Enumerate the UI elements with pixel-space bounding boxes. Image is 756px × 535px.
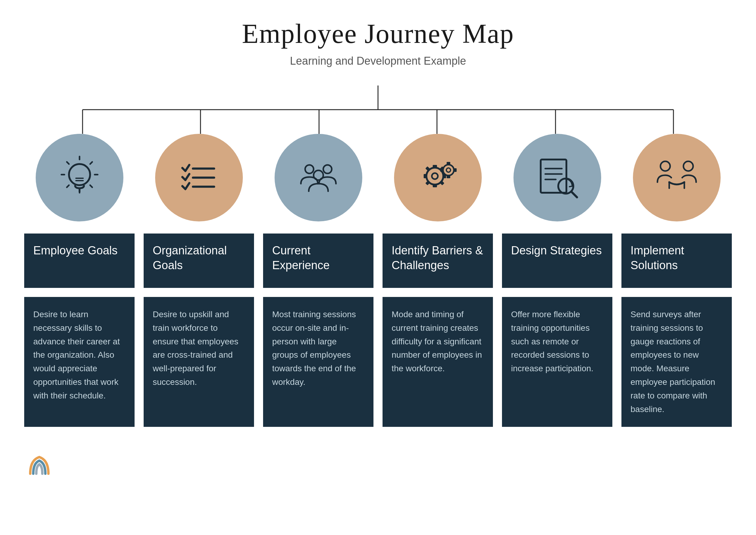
card-header-organizational-goals: Organizational Goals (144, 234, 254, 288)
svg-rect-35 (439, 180, 444, 185)
document-search-icon (533, 154, 582, 202)
header-cards-row: Employee Goals Organizational Goals Curr… (24, 234, 732, 288)
svg-rect-38 (447, 162, 450, 164)
circle-implement-solutions (633, 134, 721, 221)
card-header-design-strategies: Design Strategies (502, 234, 612, 288)
content-cards-row: Desire to learn necessary skills to adva… (24, 297, 732, 427)
tree-connector (24, 86, 732, 134)
svg-point-36 (443, 165, 454, 176)
svg-rect-42 (541, 159, 566, 193)
content-organizational-goals: Desire to upskill and train workforce to… (144, 297, 254, 427)
lightbulb-icon (55, 154, 104, 202)
handshake-icon (652, 154, 701, 202)
card-header-implement-solutions: Implement Solutions (621, 234, 732, 288)
svg-line-47 (571, 191, 577, 197)
logo-icon (24, 451, 54, 481)
svg-rect-40 (440, 168, 443, 172)
card-header-identify-barriers: Identify Barriers & Challenges (382, 234, 493, 288)
svg-point-49 (683, 161, 693, 171)
content-design-strategies: Offer more flexible training opportuniti… (502, 297, 612, 427)
circle-item-organizational-goals (144, 134, 254, 221)
svg-line-15 (90, 162, 92, 164)
svg-rect-39 (447, 176, 450, 178)
content-implement-solutions: Send surveys after training sessions to … (621, 297, 732, 427)
svg-line-17 (90, 185, 92, 187)
svg-point-48 (660, 161, 670, 171)
svg-point-25 (314, 170, 323, 180)
svg-point-24 (323, 165, 332, 173)
circle-item-employee-goals (24, 134, 135, 221)
svg-line-14 (67, 162, 69, 164)
page-subtitle: Learning and Development Example (24, 55, 732, 67)
svg-rect-41 (454, 168, 457, 172)
checklist-icon (175, 154, 223, 202)
content-current-experience: Most training sessions occur on-site and… (263, 297, 374, 427)
svg-rect-34 (425, 180, 430, 185)
svg-rect-28 (433, 165, 437, 168)
gears-icon (414, 154, 462, 202)
page-title: Employee Journey Map (24, 18, 732, 49)
circle-item-design-strategies (502, 134, 612, 221)
circle-employee-goals (36, 134, 123, 221)
card-header-employee-goals: Employee Goals (24, 234, 135, 288)
circle-item-current-experience (263, 134, 374, 221)
circle-current-experience (275, 134, 362, 221)
circle-identify-barriers (394, 134, 482, 221)
circle-item-identify-barriers (382, 134, 493, 221)
svg-point-8 (69, 164, 90, 185)
content-identify-barriers: Mode and timing of current training crea… (382, 297, 493, 427)
content-employee-goals: Desire to learn necessary skills to adva… (24, 297, 135, 427)
svg-point-23 (305, 165, 314, 173)
card-header-current-experience: Current Experience (263, 234, 374, 288)
svg-point-27 (432, 173, 438, 179)
svg-rect-29 (433, 184, 437, 187)
group-icon (294, 154, 343, 202)
circle-organizational-goals (155, 134, 243, 221)
circle-design-strategies (513, 134, 601, 221)
svg-point-37 (446, 168, 451, 172)
svg-rect-32 (425, 166, 430, 172)
circles-row (24, 134, 732, 221)
logo-area (24, 451, 732, 481)
svg-rect-30 (424, 174, 427, 178)
svg-line-16 (67, 185, 69, 187)
circle-item-implement-solutions (621, 134, 732, 221)
